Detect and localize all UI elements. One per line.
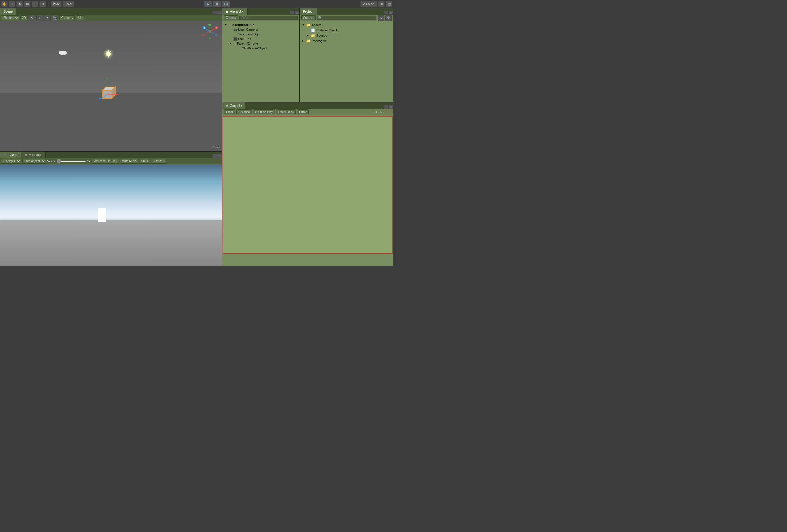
proj-item-packages[interactable]: ▶ 📁 Packages <box>300 38 394 44</box>
pivot-btn[interactable]: Pivot <box>51 1 62 7</box>
top-toolbar: ✋ ✛ ↻ ⊞ ⊡ ⊗ Pivot Local ▶ ⏸ ⏭ ✔ Collab ⊞… <box>0 0 394 8</box>
hier-fallcube-label: FallCube <box>238 37 251 41</box>
scene-object[interactable] <box>95 76 119 103</box>
svg-marker-21 <box>117 93 119 95</box>
maximize-on-play-btn[interactable]: Maximize On Play <box>91 158 119 164</box>
warn-icon: ⚠ <box>379 110 382 113</box>
scale-label: Scale <box>47 159 55 163</box>
scale-tool-btn[interactable]: ⊞ <box>24 1 30 7</box>
packages-folder-icon: 📁 <box>306 39 311 43</box>
project-win-maximize[interactable]: □ <box>389 10 394 15</box>
error-count-container: ✕ 0 <box>386 110 391 113</box>
clear-on-play-btn[interactable]: Clear on Play <box>253 109 275 114</box>
scenes-arrow: ▶ <box>307 34 310 37</box>
editor-btn[interactable]: Editor <box>297 109 309 114</box>
project-search[interactable] <box>317 16 377 20</box>
hier-item-fallcube[interactable]: ⬛ FallCube <box>227 37 299 41</box>
game-gizmos-btn[interactable]: Gizmos <box>151 158 166 164</box>
project-create-btn[interactable]: Create <box>301 15 316 20</box>
display-dropdown[interactable]: Display 1 Display 2 <box>1 158 21 164</box>
shading-dropdown[interactable]: Shaded <box>1 15 19 20</box>
pause-btn[interactable]: ⏸ <box>213 1 221 7</box>
local-btn[interactable]: Local <box>63 1 74 7</box>
aspect-dropdown[interactable]: Free Aspect 16:9 4:3 <box>22 158 46 164</box>
game-canvas <box>0 165 222 266</box>
hier-item-maincamera[interactable]: 📷 Main Camera <box>227 27 299 32</box>
scene-window-minimize[interactable]: _ <box>212 10 217 15</box>
scenes-folder-icon: 📁 <box>311 34 315 38</box>
hier-item-child[interactable]: ◻ ChildGameObject <box>232 46 299 50</box>
proj-item-assets[interactable]: ▼ 📁 Assets <box>300 22 394 28</box>
console-win-minimize[interactable]: _ <box>384 105 389 109</box>
scene-icon: ⊙ <box>229 23 231 26</box>
2d-btn[interactable]: 2D <box>20 15 28 20</box>
console-win-maximize[interactable]: □ <box>389 105 394 109</box>
svg-line-6 <box>110 51 111 52</box>
console-tab[interactable]: ▤ Console <box>222 102 246 109</box>
top-right-row: ☰ Hierarchy _ □ Create ▼ ⊙ SampleScene* <box>222 8 394 102</box>
error-count: 0 <box>389 110 391 113</box>
scene-sun <box>104 50 112 58</box>
gizmos-btn[interactable]: Gizmos <box>60 15 75 20</box>
step-btn[interactable]: ⏭ <box>221 1 230 7</box>
fallcube-icon: ⬛ <box>233 37 237 41</box>
audio-btn[interactable]: ♪ <box>37 15 43 21</box>
project-settings-btn[interactable]: ⚙ <box>385 15 392 21</box>
hierarchy-create-btn[interactable]: Create <box>224 15 238 20</box>
game-window-minimize[interactable]: _ <box>212 154 217 158</box>
persp-label: Persp <box>212 146 219 149</box>
pivot-label: Pivot <box>53 2 60 6</box>
game-tab[interactable]: 🎮 Game <box>0 151 21 158</box>
rotate-tool-btn[interactable]: ↻ <box>17 1 23 7</box>
hier-parent-label: Parent(Empty) <box>237 42 258 45</box>
scene-window-maximize[interactable]: □ <box>217 10 222 15</box>
packages-arrow: ▶ <box>302 39 305 42</box>
scene-gizmo[interactable]: Y X Z <box>202 24 219 41</box>
rect-tool-btn[interactable]: ⊡ <box>32 1 38 7</box>
game-window-maximize[interactable]: □ <box>217 154 222 158</box>
info-icon: ℹ <box>374 110 375 113</box>
collapse-btn[interactable]: Collapse <box>236 109 252 114</box>
scale-slider[interactable] <box>57 161 86 162</box>
play-btn[interactable]: ▶ <box>204 1 212 7</box>
lighting-btn[interactable]: ☀ <box>29 15 35 21</box>
hierarchy-search[interactable] <box>239 16 298 20</box>
project-win-minimize[interactable]: _ <box>384 10 389 15</box>
layers-btn[interactable]: ⊞ <box>378 1 385 7</box>
animator-tab-icon: ⚙ <box>25 153 27 156</box>
animator-tab[interactable]: ⚙ Animator <box>21 151 46 158</box>
scene-panel: Scene _ □ Shaded 2D ☀ ♪ ✦ 📷 Gizmos All <box>0 8 222 151</box>
scene-tab[interactable]: Scene <box>0 8 17 15</box>
proj-item-scenes[interactable]: ▶ 📁 Scenes <box>304 33 394 38</box>
layout-btn[interactable]: ▤ <box>386 1 392 7</box>
error-pause-btn[interactable]: Error Pause <box>276 109 296 114</box>
fx-btn[interactable]: ✦ <box>44 15 50 21</box>
right-panel: ☰ Hierarchy _ □ Create ▼ ⊙ SampleScene* <box>222 8 394 266</box>
project-tab[interactable]: Project <box>300 8 317 15</box>
move-tool-btn[interactable]: ✛ <box>9 1 15 7</box>
game-tab-row: 🎮 Game ⚙ Animator _ □ <box>0 151 222 158</box>
transform-tool-btn[interactable]: ⊗ <box>39 1 46 7</box>
scene-tab-row: Scene _ □ <box>0 8 222 15</box>
mute-audio-btn[interactable]: Mute Audio <box>120 158 138 164</box>
clear-btn[interactable]: Clear <box>224 109 235 114</box>
hand-tool-btn[interactable]: ✋ <box>1 1 8 7</box>
game-box <box>98 208 106 222</box>
all-btn[interactable]: All <box>76 15 84 20</box>
collab-btn[interactable]: ✔ Collab <box>360 1 377 7</box>
hierarchy-win-minimize[interactable]: _ <box>290 10 295 15</box>
hier-item-parent[interactable]: ▼ ◻ Parent(Empty) <box>227 41 299 46</box>
main-layout: Scene _ □ Shaded 2D ☀ ♪ ✦ 📷 Gizmos All <box>0 8 394 266</box>
svg-text:Z: Z <box>204 27 205 29</box>
hier-maincamera-label: Main Camera <box>238 28 257 31</box>
proj-item-collisioncheck[interactable]: 📄 CollisionCheck <box>304 28 394 33</box>
hierarchy-tab[interactable]: ☰ Hierarchy <box>222 8 248 15</box>
hier-scene-label: SampleScene* <box>232 23 255 26</box>
scene-camera-btn[interactable]: 📷 <box>52 15 58 21</box>
hier-item-dirlight[interactable]: ☀ Directional Light <box>227 32 299 37</box>
warn-count-container: ⚠ 0 <box>379 110 384 113</box>
hierarchy-win-maximize[interactable]: □ <box>295 10 299 15</box>
stats-btn[interactable]: Stats <box>140 158 150 164</box>
project-eye-btn[interactable]: 👁 <box>378 15 384 21</box>
hier-item-scene[interactable]: ▼ ⊙ SampleScene* <box>222 22 299 27</box>
